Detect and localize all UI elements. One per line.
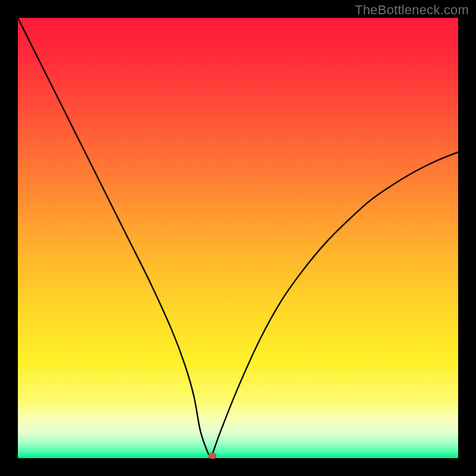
plot-area — [18, 18, 458, 458]
chart-frame: TheBottleneck.com — [0, 0, 476, 476]
plot-svg — [18, 18, 458, 458]
watermark-text: TheBottleneck.com — [355, 2, 469, 18]
optimal-point-marker — [208, 453, 217, 459]
gradient-rect — [18, 18, 458, 458]
